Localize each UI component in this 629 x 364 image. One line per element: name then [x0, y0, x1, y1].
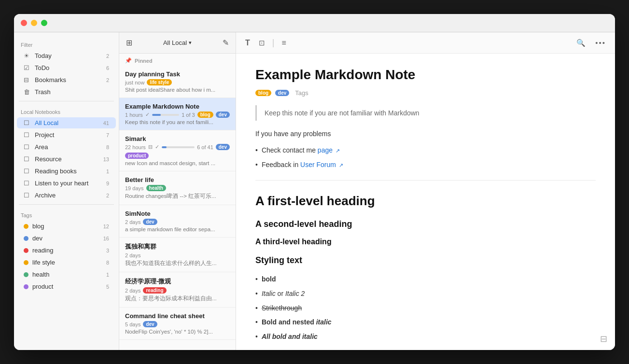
bookmark-icon: ⊟ — [24, 76, 31, 84]
editor-toolbar-right: 🔍 ••• — [574, 37, 608, 49]
sidebar-dev-label: dev — [32, 235, 101, 242]
checkbox-icon: ☑ — [24, 64, 31, 71]
note-item-example-markdown[interactable]: Example Markdown Note 1 hours ✓ 1 of 3 b… — [119, 98, 236, 130]
note-item-command-line[interactable]: Command line cheat sheet 5 days dev Node… — [119, 308, 236, 340]
sidebar-listen-count: 9 — [106, 181, 109, 186]
bullet-dot: • — [255, 317, 258, 328]
external-link-icon: ↗ — [339, 162, 343, 168]
bullet-text-1: Check contact me page ↗ — [262, 145, 340, 156]
sidebar-bookmarks-count: 2 — [106, 77, 109, 83]
editor-title: Example Markdown Note — [255, 67, 596, 83]
sidebar-tag-life-style[interactable]: life style 8 — [17, 257, 116, 268]
sidebar-project-count: 7 — [106, 132, 109, 138]
note-meta: 22 hours ⊟ ✓ 6 of 41 dev product — [125, 144, 230, 159]
note-preview: Shit post idealShare about how i m... — [125, 87, 230, 93]
sidebar-item-reading-books[interactable]: ☐ Reading books 1 — [17, 166, 116, 177]
styling-all-bold-italic: • All bold and italic — [255, 331, 596, 343]
trash-icon: 🗑 — [24, 88, 31, 96]
note-item-simnote[interactable]: SimNote 2 days dev a simple markdown fil… — [119, 205, 236, 238]
pinned-header: 📌 Pinned — [119, 54, 236, 66]
location-selector[interactable]: All Local ▾ — [138, 39, 217, 46]
sidebar-item-project[interactable]: ☐ Project 7 — [17, 129, 116, 140]
sidebar-tag-reading[interactable]: reading 3 — [17, 245, 116, 256]
more-options-button[interactable]: ••• — [593, 37, 608, 48]
app-window: Filter ☀ Today 2 ☑ ToDo 6 ⊟ Bookmarks 2 … — [14, 14, 615, 350]
sidebar-item-bookmarks[interactable]: ⊟ Bookmarks 2 — [17, 74, 116, 85]
sidebar-tag-product[interactable]: product 5 — [17, 281, 116, 292]
notebook-icon: ☐ — [24, 180, 31, 187]
reading-tag-dot — [24, 248, 28, 253]
note-tag-dev: dev — [216, 144, 230, 150]
sidebar-item-today[interactable]: ☀ Today 2 — [17, 50, 116, 61]
sidebar-tag-blog[interactable]: blog 12 — [17, 221, 116, 232]
sidebar-product-label: product — [32, 283, 104, 290]
notebook-icon: ☐ — [24, 119, 31, 126]
panel-toggle-button[interactable]: ⊟ — [600, 334, 607, 344]
note-time: 2 days — [125, 288, 140, 294]
note-tag-blog: blog — [197, 112, 213, 118]
bullet-dot: • — [255, 145, 258, 156]
note-meta: 1 hours ✓ 1 of 3 blog dev — [125, 112, 230, 118]
sidebar-item-resource[interactable]: ☐ Resource 13 — [17, 154, 116, 165]
sidebar-toggle-button[interactable]: ⊞ — [124, 36, 134, 49]
note-tag-reading: reading — [143, 287, 166, 294]
notebook-icon: ☐ — [24, 131, 31, 139]
note-item-lonely[interactable]: 孤独和离群 2 days 我也不知道我在追求什么样的人生... — [119, 238, 236, 272]
close-button[interactable] — [21, 20, 27, 26]
sidebar-item-area[interactable]: ☐ Area 8 — [17, 141, 116, 153]
note-time: just now — [125, 80, 144, 85]
editor-content: Example Markdown Note blog dev Tags Keep… — [236, 54, 615, 350]
image-insert-button[interactable]: ⊡ — [256, 37, 267, 49]
toolbar-divider: | — [272, 38, 275, 48]
text-icon: T — [245, 39, 250, 47]
minimize-button[interactable] — [31, 20, 37, 26]
note-tag-product: product — [125, 153, 149, 159]
new-note-button[interactable]: ✎ — [221, 36, 231, 49]
note-title: Day planning Task — [125, 70, 230, 78]
search-icon: 🔍 — [576, 39, 586, 47]
pin-icon: 📌 — [125, 57, 132, 64]
bullet-dot: • — [255, 288, 258, 300]
note-meta: 5 days dev — [125, 321, 230, 327]
heading-1: A first-level heading — [255, 190, 596, 211]
blog-tag-dot — [24, 224, 28, 229]
external-link-icon: ↗ — [335, 148, 340, 154]
sidebar-tag-dev[interactable]: dev 16 — [17, 233, 116, 244]
sidebar-item-todo[interactable]: ☑ ToDo 6 — [17, 62, 116, 73]
note-preview: new Icon and mascot design, start ... — [125, 160, 230, 166]
bullet-2: • Feedback in User Forum ↗ — [255, 159, 596, 171]
maximize-button[interactable] — [41, 20, 47, 26]
editor-tags-row: blog dev Tags — [255, 89, 596, 97]
note-time: 2 days — [125, 219, 140, 225]
sidebar-dev-count: 16 — [103, 236, 109, 241]
note-preview: 观点：要思考边际成本和利益自由... — [125, 295, 230, 302]
styling-bold: • bold — [255, 274, 596, 285]
note-tag-dev: dev — [143, 321, 157, 327]
sidebar-divider-2 — [19, 204, 114, 205]
sidebar-lifestyle-count: 8 — [106, 260, 109, 266]
note-check-icon: ✓ — [155, 144, 159, 150]
text-format-button[interactable]: T — [243, 37, 252, 49]
sidebar-item-listen[interactable]: ☐ Listen to your heart 9 — [17, 178, 116, 189]
list-format-button[interactable]: ≡ — [279, 37, 288, 49]
sidebar-item-archive[interactable]: ☐ Archive 2 — [17, 190, 116, 201]
note-item-economics[interactable]: 经济学原理-微观 2 days reading 观点：要思考边际成本和利益自由.… — [119, 272, 236, 308]
user-forum-link[interactable]: User Forum ↗ — [300, 161, 343, 168]
sidebar-tag-health[interactable]: health 1 — [17, 269, 116, 280]
sidebar-blog-count: 12 — [103, 224, 109, 229]
sidebar-item-trash[interactable]: 🗑 Trash — [17, 86, 116, 98]
page-link[interactable]: page ↗ — [318, 146, 340, 154]
editor-tag-blog[interactable]: blog — [255, 90, 271, 96]
note-item-simark[interactable]: Simark 22 hours ⊟ ✓ 6 of 41 dev product … — [119, 130, 236, 171]
note-check-icon: ✓ — [145, 112, 150, 118]
editor-body: If you have any problems • Check contact… — [255, 128, 596, 170]
sidebar-item-all-local[interactable]: ☐ All Local 41 — [17, 117, 116, 128]
note-item-day-planning[interactable]: Day planning Task just now life style Sh… — [119, 66, 236, 98]
note-preview: Routine changes啤酒 --> 红茶可乐... — [125, 193, 230, 200]
editor-tag-dev[interactable]: dev — [275, 90, 289, 96]
note-list-toolbar: ⊞ All Local ▾ ✎ — [119, 32, 236, 54]
styling-header: Styling text — [255, 253, 596, 268]
search-button[interactable]: 🔍 — [574, 37, 588, 49]
note-item-better-life[interactable]: Better life 19 days health Routine chang… — [119, 171, 236, 205]
note-progress-fill — [162, 146, 167, 148]
